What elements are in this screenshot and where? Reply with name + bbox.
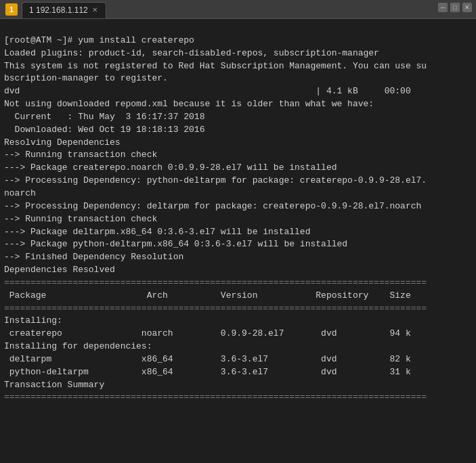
- terminal-line: ---> Package createrepo.noarch 0:0.9.9-2…: [4, 162, 472, 175]
- tab-label: 1 192.168.1.112: [29, 5, 88, 15]
- terminal-line: --> Processing Dependency: python-deltar…: [4, 175, 472, 188]
- terminal-line: Package Arch Version Repository Size: [4, 290, 472, 303]
- terminal-line: --> Finished Dependency Resolution: [4, 251, 472, 264]
- terminal-line: --> Processing Dependency: deltarpm for …: [4, 200, 472, 213]
- terminal-line: createrepo noarch 0.9.9-28.el7 dvd 94 k: [4, 328, 472, 340]
- terminal-line: ========================================…: [4, 391, 472, 404]
- close-button[interactable]: ✕: [462, 3, 472, 12]
- terminal-line: Dependencies Resolved: [4, 264, 472, 277]
- terminal-line: Current : Thu May 3 16:17:37 2018: [4, 111, 472, 124]
- titlebar: 1 1 192.168.1.112 ✕ ─ □ ✕: [0, 0, 476, 19]
- terminal-line: Transaction Summary: [4, 379, 472, 392]
- terminal-output: [root@ATM ~]# yum install createrepoLoad…: [0, 19, 476, 463]
- terminal-line: Installing for dependencies:: [4, 340, 472, 353]
- terminal-line: noarch: [4, 188, 472, 200]
- terminal-line: --> Running transaction check: [4, 213, 472, 226]
- terminal-line: Resolving Dependencies: [4, 137, 472, 150]
- terminal-line: Loaded plugins: product-id, search-disab…: [4, 47, 472, 60]
- terminal-line: Not using downloaded repomd.xml because …: [4, 98, 472, 111]
- terminal-line: Downloaded: Wed Oct 19 18:18:13 2016: [4, 124, 472, 137]
- tab-close-button[interactable]: ✕: [92, 6, 98, 14]
- terminal-line: ========================================…: [4, 303, 472, 315]
- terminal-line: ---> Package python-deltarpm.x86_64 0:3.…: [4, 238, 472, 251]
- terminal-line: deltarpm x86_64 3.6-3.el7 dvd 82 k: [4, 353, 472, 366]
- active-tab[interactable]: 1 192.168.1.112 ✕: [22, 2, 106, 18]
- terminal-line: Installing:: [4, 315, 472, 328]
- terminal-line: ========================================…: [4, 277, 472, 290]
- terminal-line: bscription-manager to register.: [4, 72, 472, 85]
- terminal-line: --> Running transaction check: [4, 149, 472, 162]
- terminal-line: This system is not registered to Red Hat…: [4, 60, 472, 73]
- terminal-line: ---> Package deltarpm.x86_64 0:3.6-3.el7…: [4, 226, 472, 239]
- maximize-button[interactable]: □: [450, 3, 460, 12]
- window-controls: ─ □ ✕: [438, 3, 472, 12]
- terminal-line: dvd | 4.1 kB 00:00: [4, 85, 472, 98]
- terminal-line: [root@ATM ~]# yum install createrepo: [4, 35, 472, 47]
- minimize-button[interactable]: ─: [438, 3, 448, 12]
- terminal-line: python-deltarpm x86_64 3.6-3.el7 dvd 31 …: [4, 366, 472, 379]
- app-icon: 1: [5, 3, 18, 16]
- app-icon-label: 1: [9, 5, 14, 14]
